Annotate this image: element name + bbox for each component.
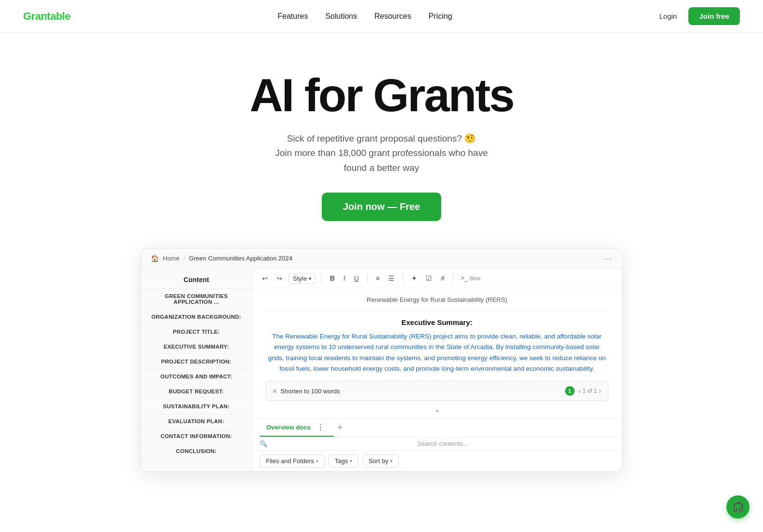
- bottom-tabs: Overview docs ⋮ +: [252, 419, 622, 437]
- sidebar: Content GREEN COMMUNITIES APPLICATION ..…: [141, 269, 252, 471]
- sparkle-button[interactable]: ✦: [409, 273, 420, 284]
- ai-count-badge: 1: [565, 386, 575, 396]
- navbar: Grantable Features Solutions Resources P…: [0, 0, 763, 33]
- nav-actions: Login Join free: [659, 7, 740, 25]
- nav-links: Features Solutions Resources Pricing: [277, 12, 452, 21]
- toolbar: ↩ ↪ Style ▾ B I U ≡ ☰ ✦ ☑ #: [252, 269, 622, 288]
- sidebar-item-budget-request[interactable]: BUDGET REQUEST:: [141, 384, 251, 399]
- sidebar-item-conclusion[interactable]: CONCLUSION:: [141, 444, 251, 459]
- breadcrumb: 🏠 Home / Green Communities Application 2…: [151, 255, 292, 262]
- tags-chevron-icon: ▾: [350, 458, 352, 464]
- tab-label: Overview docs: [266, 424, 311, 431]
- hero-subtitle: Sick of repetitive grant proposal questi…: [266, 131, 497, 175]
- toolbar-separator-1: [321, 274, 322, 283]
- ai-nav-prev[interactable]: ‹: [579, 387, 581, 395]
- beta-indicator: >_ Beta: [461, 275, 480, 282]
- nav-resources[interactable]: Resources: [374, 12, 411, 21]
- sort-by-label: Sort by: [368, 457, 388, 465]
- bottom-panel: Overview docs ⋮ + 🔍 Search contents... F…: [252, 418, 622, 471]
- style-dropdown[interactable]: Style ▾: [289, 273, 316, 284]
- ai-suggestion-icon: ≡: [273, 387, 276, 395]
- sidebar-header: Content: [141, 269, 251, 289]
- sort-by-filter[interactable]: Sort by ▾: [362, 454, 399, 467]
- sidebar-item-project-description[interactable]: PROJECT DESCRIPTION:: [141, 354, 251, 369]
- redo-button[interactable]: ↪: [274, 273, 285, 284]
- sidebar-item-org-background[interactable]: ORGANIZATION BACKGROUND:: [141, 310, 251, 324]
- editor-subtitle: Renewable Energy for Rural Sustainabilit…: [265, 296, 608, 303]
- sidebar-item-green-communities[interactable]: GREEN COMMUNITIES APPLICATION ...: [141, 289, 251, 310]
- ai-suggestion-text: Shorten to 100 words: [280, 388, 340, 395]
- hero-cta-button[interactable]: Join now — Free: [322, 193, 441, 221]
- hero-section: AI for Grants Sick of repetitive grant p…: [0, 33, 763, 491]
- italic-button[interactable]: I: [341, 273, 348, 284]
- hash-button[interactable]: #: [438, 273, 447, 284]
- style-chevron-icon: ▾: [309, 276, 311, 281]
- sidebar-item-executive-summary[interactable]: EXECUTIVE SUMMARY:: [141, 339, 251, 354]
- logo[interactable]: Grantable: [23, 10, 70, 23]
- hero-title: AI for Grants: [250, 71, 513, 120]
- breadcrumb-bar: 🏠 Home / Green Communities Application 2…: [141, 248, 622, 269]
- nav-join-button[interactable]: Join free: [688, 7, 740, 25]
- files-folders-chevron-icon: ▾: [316, 458, 318, 464]
- toolbar-separator-3: [403, 274, 403, 283]
- underline-button[interactable]: U: [352, 273, 361, 284]
- nav-solutions[interactable]: Solutions: [325, 12, 357, 21]
- undo-button[interactable]: ↩: [260, 273, 270, 284]
- logo-text: Grantable: [23, 10, 70, 23]
- breadcrumb-home[interactable]: Home: [163, 255, 180, 262]
- sidebar-item-evaluation-plan[interactable]: EVALUATION PLAN:: [141, 414, 251, 429]
- sidebar-item-sustainability-plan[interactable]: SUSTAINABILITY PLAN:: [141, 399, 251, 414]
- login-link[interactable]: Login: [659, 12, 677, 20]
- beta-label: Beta: [470, 275, 481, 281]
- search-icon: 🔍: [260, 440, 267, 447]
- section-title: Executive Summary:: [265, 318, 608, 326]
- editor-body-text[interactable]: The Renewable Energy for Rural Sustainab…: [265, 331, 608, 374]
- sidebar-item-contact-info[interactable]: CONTACT INFORMATION:: [141, 429, 251, 444]
- sort-by-chevron-icon: ▾: [390, 458, 393, 464]
- files-folders-label: Files and Folders: [266, 457, 314, 465]
- app-mockup: 🏠 Home / Green Communities Application 2…: [141, 248, 622, 472]
- tags-label: Tags: [335, 457, 348, 465]
- checkbox-button[interactable]: ☑: [423, 273, 434, 284]
- ai-page-indicator: 1 of 1: [582, 388, 597, 394]
- style-label: Style: [293, 275, 307, 282]
- toolbar-separator-4: [453, 274, 453, 283]
- hero-subtitle-line2: Join more than 18,000 grant professional…: [275, 148, 488, 172]
- more-options-icon[interactable]: ⋯: [604, 253, 612, 264]
- ordered-list-button[interactable]: ☰: [386, 273, 397, 284]
- unordered-list-button[interactable]: ≡: [373, 273, 382, 284]
- nav-pricing[interactable]: Pricing: [429, 12, 452, 21]
- toolbar-separator-2: [367, 274, 368, 283]
- sidebar-item-outcomes-impact[interactable]: OUTCOMES AND IMPACT:: [141, 369, 251, 384]
- search-bar: 🔍 Search contents...: [252, 437, 622, 451]
- editor[interactable]: Renewable Energy for Rural Sustainabilit…: [252, 288, 622, 418]
- bold-button[interactable]: B: [328, 273, 337, 284]
- hero-subtitle-line1: Sick of repetitive grant proposal questi…: [287, 133, 476, 143]
- tags-filter[interactable]: Tags ▾: [329, 454, 358, 467]
- home-icon: 🏠: [151, 255, 159, 262]
- content-area: ↩ ↪ Style ▾ B I U ≡ ☰ ✦ ☑ #: [252, 269, 622, 471]
- ai-nav-next[interactable]: ›: [599, 387, 601, 395]
- filter-bar: Files and Folders ▾ Tags ▾ Sort by ▾: [252, 451, 622, 471]
- tab-overview-docs[interactable]: Overview docs ⋮: [260, 419, 334, 437]
- ai-navigation: ‹ 1 of 1 ›: [579, 387, 601, 395]
- search-input[interactable]: Search contents...: [271, 440, 614, 447]
- breadcrumb-current: Green Communities Application 2024: [189, 255, 292, 262]
- sidebar-item-project-title[interactable]: PROJECT TITLE:: [141, 324, 251, 339]
- tab-add-button[interactable]: +: [334, 423, 347, 433]
- editor-divider: [265, 310, 608, 311]
- tab-more-icon[interactable]: ⋮: [314, 423, 327, 432]
- files-folders-filter[interactable]: Files and Folders ▾: [260, 454, 325, 467]
- breadcrumb-separator: /: [184, 255, 185, 262]
- ai-suggestion-box[interactable]: ≡ Shorten to 100 words 1 ‹ 1 of 1 ›: [265, 381, 608, 401]
- chevron-down-icon: ⌄: [265, 405, 608, 414]
- nav-features[interactable]: Features: [277, 12, 308, 21]
- terminal-icon: >_: [461, 275, 468, 282]
- mockup-body: Content GREEN COMMUNITIES APPLICATION ..…: [141, 269, 622, 471]
